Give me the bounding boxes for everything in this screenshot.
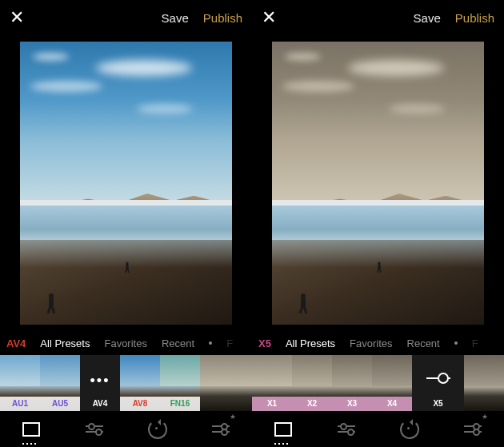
save-button[interactable]: Save [414, 11, 441, 25]
preset-au1[interactable]: AU1 [0, 355, 40, 411]
photo-preview[interactable] [20, 42, 232, 325]
category-recent[interactable]: Recent [162, 337, 194, 349]
category-favorites[interactable]: Favorites [350, 337, 392, 349]
top-actions: Save Publish [162, 11, 242, 25]
tab-adjust[interactable] [336, 419, 357, 440]
preset-x1[interactable]: X1 [252, 355, 292, 411]
bottom-tab-bar: ★ [252, 411, 504, 447]
bottom-tab-bar: ★ [0, 411, 252, 447]
preset-thumb [464, 355, 504, 411]
top-actions: Save Publish [414, 11, 494, 25]
preset-label: X3 [332, 397, 372, 411]
publish-button[interactable]: Publish [203, 11, 242, 25]
person-figure [376, 261, 382, 273]
slider-icon [426, 377, 450, 379]
category-all presets[interactable]: All Presets [286, 337, 335, 349]
category-more-dot [454, 341, 458, 345]
preset-label: AU1 [0, 397, 40, 411]
photo-area [0, 35, 252, 331]
preset-thumb [200, 355, 252, 411]
preset-x3[interactable]: X3 [332, 355, 372, 411]
preset-strip[interactable]: X1 X2 X3 X4 X5 [252, 355, 504, 411]
category-favorites[interactable]: Favorites [104, 337, 146, 349]
person-figure [298, 293, 309, 313]
tab-history[interactable] [399, 419, 420, 440]
preset-x5[interactable]: X5 [412, 355, 464, 411]
more-icon: ••• [90, 373, 110, 389]
preset-label: X2 [292, 397, 332, 411]
preset-x4[interactable]: X4 [372, 355, 412, 411]
preset-label: X5 [412, 397, 464, 411]
top-bar: ✕ Save Publish [0, 0, 252, 35]
category-all presets[interactable]: All Presets [40, 337, 90, 349]
preset-av4[interactable]: •••AV4 [80, 355, 120, 411]
current-preset-badge: X5 [258, 337, 271, 349]
preset-label: X4 [372, 397, 412, 411]
preset-label: AU5 [40, 397, 80, 411]
person-figure [46, 293, 57, 313]
tab-presets[interactable] [273, 419, 294, 440]
publish-button[interactable]: Publish [455, 11, 494, 25]
photo-area [252, 35, 504, 331]
preset-label: AV4 [80, 397, 120, 411]
tab-presets[interactable] [21, 419, 42, 440]
category-row: X5 All Presets Favorites Recent F [252, 331, 504, 355]
person-figure [124, 261, 130, 273]
preset-partial [200, 355, 252, 411]
photo-preview[interactable] [272, 42, 484, 325]
category-recent[interactable]: Recent [407, 337, 440, 349]
tab-history[interactable] [147, 419, 168, 440]
close-icon[interactable]: ✕ [262, 7, 276, 28]
preset-fn16[interactable]: FN16 [160, 355, 200, 411]
save-button[interactable]: Save [162, 11, 189, 25]
tab-tools[interactable]: ★ [462, 419, 483, 440]
close-icon[interactable]: ✕ [10, 7, 24, 28]
category-overflow: F [472, 337, 478, 349]
preset-au5[interactable]: AU5 [40, 355, 80, 411]
category-row: AV4 All Presets Favorites Recent F [0, 331, 252, 355]
tab-adjust[interactable] [84, 419, 105, 440]
preset-label: AV8 [120, 397, 160, 411]
preset-partial [464, 355, 504, 411]
preset-label: FN16 [160, 397, 200, 411]
preset-x2[interactable]: X2 [292, 355, 332, 411]
current-preset-badge: AV4 [6, 337, 26, 349]
preset-strip[interactable]: AU1 AU5 •••AV4 AV8 FN16 [0, 355, 252, 411]
editor-pane: ✕ Save Publish X5 Al [252, 0, 504, 447]
editor-pane: ✕ Save Publish AV4 A [0, 0, 252, 447]
top-bar: ✕ Save Publish [252, 0, 504, 35]
preset-av8[interactable]: AV8 [120, 355, 160, 411]
category-overflow: F [226, 337, 233, 349]
tab-tools[interactable]: ★ [210, 419, 231, 440]
category-more-dot [209, 341, 212, 345]
preset-label: X1 [252, 397, 292, 411]
